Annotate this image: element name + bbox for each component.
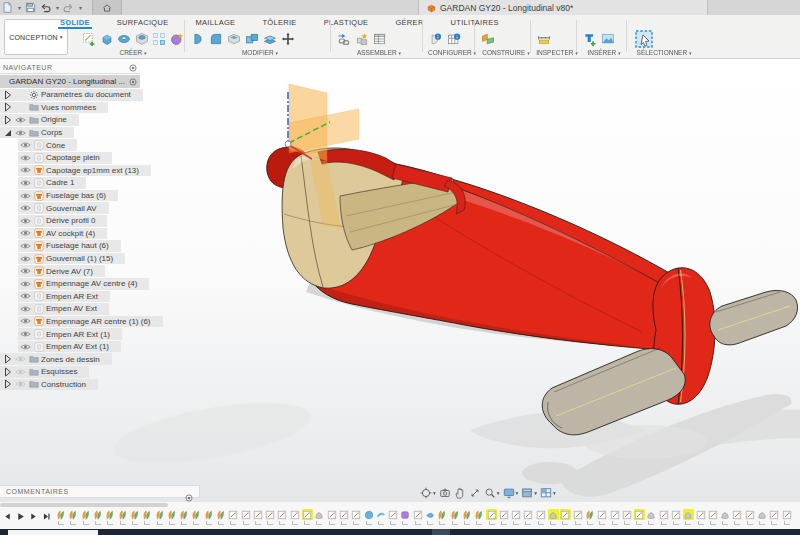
- undo-button[interactable]: [40, 2, 51, 14]
- timeline-feature-48-sketch[interactable]: [633, 509, 645, 526]
- timeline-feature-49-loft[interactable]: [645, 509, 657, 526]
- pattern-button[interactable]: [152, 29, 167, 49]
- timeline-scrollbar[interactable]: [0, 503, 168, 507]
- browser-item-empen-av-ext-1[interactable]: Empen AV Ext (1): [18, 341, 121, 353]
- visibility-eye-icon[interactable]: [20, 141, 31, 149]
- timeline-feature-10-plane[interactable]: [166, 509, 178, 526]
- visibility-eye-icon[interactable]: [20, 192, 31, 200]
- visibility-eye-icon[interactable]: [20, 330, 31, 338]
- timeline-feature-36-sketch[interactable]: [485, 509, 497, 526]
- ribbon-group-label-modifier[interactable]: MODIFIER ▾: [190, 49, 330, 56]
- scene-settings-button[interactable]: ▾: [521, 487, 537, 499]
- timeline-feature-28-sketch[interactable]: [387, 509, 399, 526]
- timeline-feature-37-sketch[interactable]: [498, 509, 510, 526]
- timeline-feature-43-sketch[interactable]: [571, 509, 583, 526]
- select-button[interactable]: [632, 29, 656, 49]
- ribbon-group-label-selectionner[interactable]: SÉLECTIONNER ▾: [632, 49, 696, 56]
- construction-plane-button[interactable]: [480, 29, 495, 49]
- timeline-feature-57-sketch[interactable]: [744, 509, 756, 526]
- browser-item-origine[interactable]: Origine: [0, 114, 79, 126]
- browser-collapse-icon[interactable]: [129, 64, 137, 72]
- timeline-feature-19-sketch[interactable]: [276, 509, 288, 526]
- redo-button[interactable]: [63, 2, 74, 14]
- offset-face-button[interactable]: [262, 29, 277, 49]
- ribbon-group-label-creer[interactable]: CRÉER ▾: [82, 49, 184, 56]
- browser-item-capotage-plein[interactable]: Capotage plein: [18, 152, 112, 164]
- browser-item-zones-de-dessin[interactable]: Zones de dessin: [0, 353, 112, 365]
- ribbon-group-label-inserer[interactable]: INSÉRER ▾: [582, 49, 626, 56]
- visibility-eye-icon[interactable]: [20, 229, 31, 237]
- expander-icon[interactable]: [2, 354, 13, 364]
- timeline-feature-31-solid[interactable]: [424, 509, 436, 526]
- taskbar-button[interactable]: [432, 529, 450, 535]
- display-settings-button[interactable]: ▾: [503, 487, 519, 499]
- pan-button[interactable]: [454, 487, 466, 499]
- browser-item-empennage-ar-centre-1-6[interactable]: Empennage AR centre (1) (6): [18, 316, 163, 328]
- measure-button[interactable]: [536, 29, 551, 49]
- timeline-feature-29-form[interactable]: [399, 509, 411, 526]
- browser-item-empennage-av-centre-4[interactable]: Empennage AV centre (4): [18, 278, 149, 290]
- browser-item-derive-av-7[interactable]: Dérive AV (7): [18, 265, 105, 277]
- visibility-eye-icon[interactable]: [15, 380, 26, 388]
- timeline-feature-8-plane[interactable]: [141, 509, 153, 526]
- visibility-eye-icon[interactable]: [15, 129, 26, 137]
- timeline-feature-24-sketch[interactable]: [338, 509, 350, 526]
- model-stabilizer-right[interactable]: [710, 290, 798, 344]
- fillet-button[interactable]: [208, 29, 223, 49]
- timeline-feature-42-sketch[interactable]: [559, 509, 571, 526]
- look-at-button[interactable]: [439, 487, 451, 499]
- timeline-feature-44-plane[interactable]: [584, 509, 596, 526]
- configure-feature-button[interactable]: [428, 29, 443, 49]
- zoom-button[interactable]: [469, 487, 481, 499]
- model-stabilizer-left[interactable]: [542, 348, 685, 435]
- file-menu-button[interactable]: [2, 2, 13, 14]
- timeline-feature-34-plane[interactable]: [461, 509, 473, 526]
- visibility-eye-icon[interactable]: [15, 355, 26, 363]
- browser-item-esquisses[interactable]: Esquisses: [0, 366, 89, 378]
- browser-item-av-cockpit-4[interactable]: AV cockpit (4): [18, 228, 107, 240]
- timeline-feature-54-sketch[interactable]: [707, 509, 719, 526]
- browser-item-empen-av-ext[interactable]: Empen AV Ext: [18, 303, 109, 315]
- browser-item-gouvernail-1-15[interactable]: Gouvernail (1) (15): [18, 253, 125, 265]
- timeline-feature-33-plane[interactable]: [449, 509, 461, 526]
- extrude-button[interactable]: [100, 29, 115, 49]
- timeline-feature-51-sketch[interactable]: [670, 509, 682, 526]
- timeline-feature-3-plane[interactable]: [80, 509, 92, 526]
- visibility-eye-icon[interactable]: [20, 292, 31, 300]
- undo-caret-icon[interactable]: ▾: [56, 5, 59, 11]
- browser-item-cone[interactable]: Cône: [18, 139, 77, 151]
- timeline-feature-5-plane[interactable]: [104, 509, 116, 526]
- configure-table-button[interactable]: [446, 29, 461, 49]
- hole-button[interactable]: [135, 29, 150, 49]
- expander-icon[interactable]: [2, 115, 13, 125]
- timeline-feature-18-sketch[interactable]: [264, 509, 276, 526]
- expander-icon[interactable]: [2, 102, 13, 112]
- browser-item-construction[interactable]: Construction: [0, 379, 98, 391]
- browser-item-empen-ar-ext-1[interactable]: Empen AR Ext (1): [18, 328, 122, 340]
- timeline-feature-13-plane[interactable]: [203, 509, 215, 526]
- orbit-button[interactable]: ▾: [420, 487, 436, 499]
- timeline-feature-1-plane[interactable]: [55, 509, 67, 526]
- visibility-eye-icon[interactable]: [20, 343, 31, 351]
- ribbon-group-label-construire[interactable]: CONSTRUIRE ▾: [480, 49, 532, 56]
- expander-icon[interactable]: [2, 379, 13, 389]
- visibility-eye-icon[interactable]: [20, 154, 31, 162]
- timeline-feature-58-loft[interactable]: [756, 509, 768, 526]
- browser-item-fuselage-bas-6[interactable]: Fuselage bas (6): [18, 190, 118, 202]
- revolve-button[interactable]: [117, 29, 132, 49]
- ribbon-group-label-configurer[interactable]: CONFIGURER ▾: [428, 49, 476, 56]
- file-menu-caret-icon[interactable]: ▾: [18, 5, 21, 11]
- timeline-feature-47-sketch[interactable]: [621, 509, 633, 526]
- expander-open-icon[interactable]: [2, 128, 13, 138]
- taskbar-search-box[interactable]: [8, 530, 98, 535]
- timeline-feature-32-plane[interactable]: [436, 509, 448, 526]
- viewports-button[interactable]: ▾: [540, 487, 556, 499]
- timeline-feature-2-plane[interactable]: [67, 509, 79, 526]
- visibility-eye-icon[interactable]: [20, 280, 31, 288]
- expander-icon[interactable]: [2, 90, 13, 100]
- timeline-skip-end-button[interactable]: [41, 510, 52, 522]
- activate-component-icon[interactable]: [129, 78, 137, 86]
- browser-item-derive-profil-0[interactable]: Dérive profil 0: [18, 215, 107, 227]
- timeline-feature-45-sketch[interactable]: [596, 509, 608, 526]
- timeline-feature-22-loft[interactable]: [313, 509, 325, 526]
